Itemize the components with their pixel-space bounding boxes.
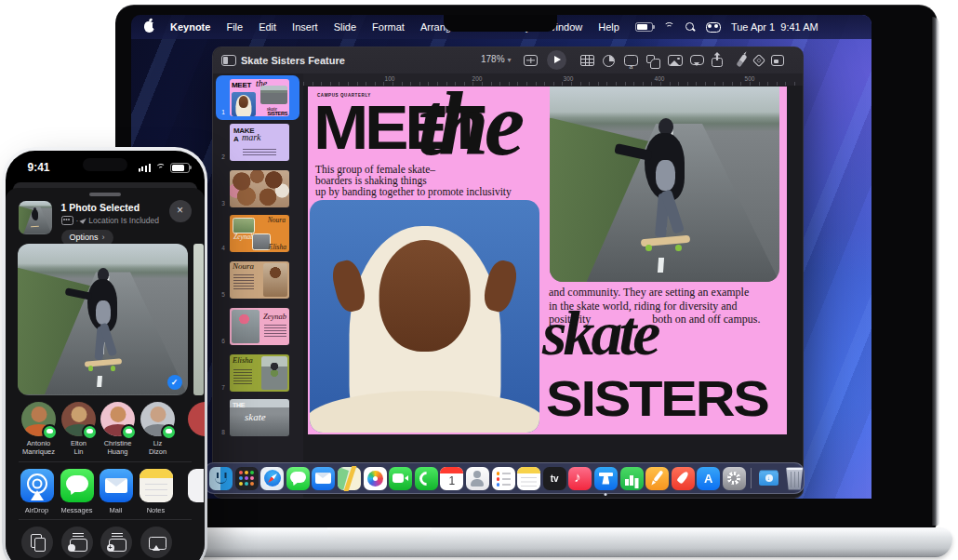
scene: Keynote File Edit Insert Slide Format Ar… [0,0,958,560]
view-sidebar-icon[interactable] [221,55,236,66]
slide-editor[interactable]: CAMPUS QUARTERLY MEET the This group of … [308,87,787,434]
slide-headline-script[interactable]: the [418,87,520,176]
dock-pages-icon[interactable] [645,467,669,490]
dock-tv-icon[interactable]: tv [543,467,566,490]
messages-app-icon[interactable] [60,469,94,502]
slide-thumbnail-5[interactable]: Noura [230,261,289,299]
chart-icon[interactable] [603,55,615,67]
menu-clock[interactable]: Tue Apr 1 9:41 AM [731,21,818,33]
slide-thumbnail-3[interactable] [230,170,289,207]
dock-music-icon[interactable] [568,467,592,490]
menu-insert[interactable]: Insert [292,21,318,33]
dock-maps-icon[interactable] [338,467,361,490]
dock-photos-icon[interactable] [364,467,387,490]
menu-format[interactable]: Format [372,21,405,33]
media-icon[interactable] [668,55,683,66]
control-center-icon[interactable] [706,22,721,33]
subtitle-separator: · [76,216,79,225]
share-sheet: 1 Photo Selected · Location Is Included … [6,188,205,560]
dock-mail-icon[interactable] [312,467,335,490]
dock-appstore-icon[interactable]: A [697,467,720,490]
thumb2-mark: mark [242,132,261,142]
zoom-dropdown[interactable]: 178% [481,54,512,64]
dock-safari-icon[interactable] [260,467,284,490]
contact-elton[interactable]: EltonLin [59,402,100,456]
dock-notes-icon[interactable] [517,467,540,490]
slide-outro-script[interactable]: skate [542,297,658,370]
menu-slide[interactable]: Slide [334,21,356,33]
menu-help[interactable]: Help [598,21,619,33]
dock-numbers-icon[interactable] [620,467,644,490]
contact-christine[interactable]: ChristineHuang [98,402,139,456]
slide-number: 4 [219,245,228,251]
play-button[interactable] [547,50,566,70]
dock-settings-icon[interactable] [723,467,746,490]
thumb5-name: Noura [233,261,254,271]
dock-contacts-icon[interactable] [466,467,489,490]
thumb2-caption-lines [243,149,276,156]
slide-number: 2 [219,153,228,160]
animate-icon[interactable] [752,54,765,67]
dock-keynote-icon[interactable] [594,467,618,490]
dock-messages-icon[interactable] [286,467,310,490]
sheet-grabber[interactable] [89,193,121,196]
active-app-dot [605,493,607,496]
apple-menu-icon[interactable] [144,21,154,33]
copy-action-icon[interactable] [21,527,53,558]
notes-app-icon[interactable] [140,469,173,502]
subtitle-text: Location Is Included [88,216,159,225]
document-settings-icon[interactable] [771,55,784,66]
table-icon[interactable] [580,55,594,66]
dock-phone-icon[interactable] [415,467,438,490]
slide-photo-portrait[interactable] [310,200,539,433]
add-to-album-action-icon[interactable]: + [100,527,132,558]
slide-number: 7 [219,384,228,391]
slide-thumbnail-7[interactable]: Elisha [230,354,289,392]
slide-intro-text[interactable]: This group of female skate– boarders is … [315,165,512,197]
ruler: 100 200 300 400 500 [303,73,803,87]
slide-photo-skater[interactable] [550,87,779,282]
dock-launchpad-icon[interactable] [235,467,259,490]
dock-trash-icon[interactable] [783,467,806,490]
slide-thumbnail-8[interactable]: THE skate [230,399,289,436]
menu-file[interactable]: File [226,21,243,33]
dock-reminders-icon[interactable] [492,467,515,490]
thumb5-photo [263,263,287,297]
wifi-icon[interactable] [663,22,675,32]
text-box-icon[interactable] [624,55,638,66]
dock-rocket-icon[interactable] [672,467,695,490]
thumb1-portrait-photo [232,92,256,116]
add-slide-button[interactable] [524,55,538,66]
slide-thumbnail-4[interactable]: Noura Zeynab Elisha [230,215,289,252]
share-icon[interactable] [712,53,723,67]
options-button[interactable]: Options [61,230,113,246]
close-icon[interactable]: × [169,200,192,222]
screen-mirroring-action-icon[interactable] [140,527,172,558]
menu-edit[interactable]: Edit [259,21,276,33]
search-icon[interactable] [685,22,696,33]
contact-antonio[interactable]: AntonioManriquez [19,402,60,456]
dock-facetime-icon[interactable] [389,467,412,490]
mail-app-icon[interactable] [100,469,133,502]
contact-liz[interactable]: LizDizon [138,402,179,456]
airdrop-icon[interactable] [20,469,54,502]
format-brush-icon[interactable] [736,54,747,67]
dock-calendar-icon[interactable]: 1 [440,467,463,490]
portrait-face [379,240,471,352]
menu-app-name[interactable]: Keynote [170,21,210,33]
shape-icon[interactable] [646,55,655,63]
next-photo-partial[interactable] [193,244,204,395]
contact-partial-avatar[interactable] [188,402,205,436]
slide-canvas: CAMPUS QUARTERLY MEET the This group of … [303,86,803,498]
slide-thumbnail-1[interactable]: MEET the skate SISTERS [230,79,289,116]
slide-thumbnail-2[interactable]: MAKE A mark [230,124,289,161]
slide-outro-caps[interactable]: SISTERS [546,373,768,423]
battery-icon[interactable] [635,22,653,32]
save-to-files-action-icon[interactable] [61,527,93,558]
partial-app-icon[interactable] [188,469,204,502]
comment-icon[interactable] [690,55,704,65]
dock-finder-icon[interactable] [209,467,233,490]
selected-photo[interactable]: ✓ [18,244,188,395]
dock-downloads-icon[interactable] [757,467,780,490]
slide-thumbnail-6[interactable]: Zeynab [230,308,289,345]
